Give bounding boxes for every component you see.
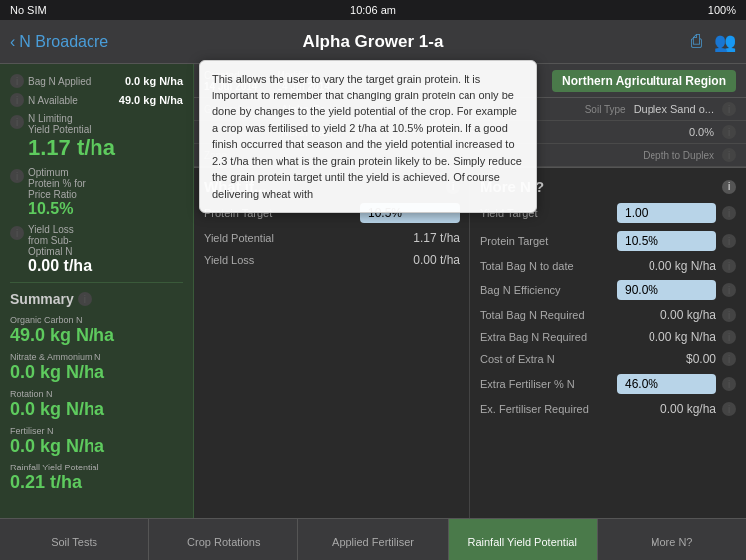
nav-actions: ⎙ 👥 [691,31,736,53]
nitrate-value: 0.0 kg N/ha [10,362,183,383]
pct-value: 0.0% [689,126,714,138]
tab-more-n[interactable]: More N? [598,519,746,560]
bag-efficiency-info-icon[interactable]: i [722,283,736,297]
yield-target-input[interactable] [617,203,716,223]
bag-n-row: i Bag N Applied 0.0 kg N/ha [10,74,183,88]
yield-target-info-icon[interactable]: i [722,206,736,220]
time-label: 10:06 am [350,4,396,16]
protein-row: i OptimumProtein % forPrice Ratio 10.5% [10,167,183,218]
protein-target-row: Protein Target i [480,231,736,251]
rotation-label: Rotation N [10,389,183,399]
bag-efficiency-label: Bag N Efficiency [480,284,611,296]
bag-efficiency-input[interactable] [617,280,716,300]
bag-n-value: 0.0 kg N/ha [125,75,183,87]
tab-soil-tests-label: Soil Tests [51,536,97,548]
back-button[interactable]: ‹ N Broadacre [10,33,108,51]
battery-label: 100% [708,4,736,16]
ex-fertiliser-row: Ex. Fertiliser Required 0.00 kg/ha i [480,402,736,416]
what-if-loss-value: 0.00 t/ha [413,253,460,267]
extra-bag-label: Extra Bag N Required [480,331,643,343]
what-if-yield-row: Yield Potential 1.17 t/ha [204,231,460,245]
protein-value: 10.5% [28,200,183,218]
protein-label: OptimumProtein % forPrice Ratio [28,167,183,200]
n-available-row: i N Available 49.0 kg N/ha [10,93,183,107]
cost-label: Cost of Extra N [480,353,680,365]
main-layout: i Bag N Applied 0.0 kg N/ha i N Availabl… [0,64,746,518]
nitrate-label: Nitrate & Ammonium N [10,352,183,362]
back-chevron-icon: ‹ [10,33,15,51]
n-limiting-row: i N LimitingYield Potential 1.17 t/ha [10,113,183,161]
fertiliser-value: 0.0 kg N/ha [10,436,183,457]
summary-rainfall: Rainfall Yield Potential 0.21 t/ha [10,463,183,493]
summary-organic-carbon: Organic Carbon N 49.0 kg N/ha [10,315,183,346]
tooltip: This allows the user to vary the target … [199,64,537,213]
left-panel: i Bag N Applied 0.0 kg N/ha i N Availabl… [0,64,194,518]
bag-efficiency-row: Bag N Efficiency i [480,280,736,300]
total-bag-n-value: 0.00 kg N/ha [649,259,716,273]
depth-label: Depth to Duplex [643,150,714,161]
summary-title: Summary [10,291,74,307]
fertiliser-label: Fertiliser N [10,426,183,436]
nav-bar: ‹ N Broadacre Alpha Grower 1-a ⎙ 👥 [0,20,746,64]
soil-info-icon[interactable]: i [722,102,736,116]
share-icon[interactable]: ⎙ [691,31,702,52]
tab-crop-rotations-label: Crop Rotations [187,536,260,548]
what-if-col: What if... i Protein Target Yield Potent… [194,168,470,518]
n-available-value: 49.0 kg N/ha [119,94,183,106]
what-if-yield-label: Yield Potential [204,232,407,244]
tooltip-text: This allows the user to vary the target … [212,73,522,200]
total-bag-n-row: Total Bag N to date 0.00 kg N/ha i [480,259,736,273]
organic-carbon-value: 49.0 kg N/ha [10,325,183,346]
yield-loss-label: Yield Lossfrom Sub-Optimal N [28,224,183,257]
cost-info-icon[interactable]: i [722,352,736,366]
bag-n-label: Bag N Applied [28,76,121,87]
yield-loss-value: 0.00 t/ha [28,257,183,275]
tab-applied-fertiliser[interactable]: Applied Fertiliser [298,519,448,560]
tab-soil-tests[interactable]: Soil Tests [0,519,149,560]
protein-target-info-icon[interactable]: i [722,234,736,248]
what-if-loss-label: Yield Loss [204,254,407,266]
protein-target-input[interactable] [617,231,716,251]
region-badge: Northern Agricultural Region [552,70,736,92]
what-if-yield-value: 1.17 t/ha [413,231,460,245]
n-available-label: N Available [28,95,115,106]
total-bag-n-label: Total Bag N to date [480,260,643,272]
more-n-info-icon[interactable]: i [722,180,736,194]
two-col: What if... i Protein Target Yield Potent… [194,168,746,518]
soil-type-label: Soil Type [585,104,626,115]
tab-rainfall-yield[interactable]: Rainfall Yield Potential [449,519,598,560]
ex-fertiliser-value: 0.00 kg/ha [660,402,716,416]
summary-nitrate: Nitrate & Ammonium N 0.0 kg N/ha [10,352,183,383]
total-bag-required-info-icon[interactable]: i [722,308,736,322]
rotation-value: 0.0 kg N/ha [10,399,183,420]
tab-rainfall-yield-label: Rainfall Yield Potential [467,536,576,548]
more-n-col: More N ? i Yield Target i Protein Target… [470,168,746,518]
tab-crop-rotations[interactable]: Crop Rotations [149,519,298,560]
rainfall-label: Rainfall Yield Potential [10,463,183,472]
summary-info-icon[interactable]: i [78,292,92,306]
extra-bag-row: Extra Bag N Required 0.00 kg N/ha i [480,330,736,344]
n-limiting-info-icon[interactable]: i [10,115,24,129]
cost-row: Cost of Extra N $0.00 i [480,352,736,366]
pct-info-icon[interactable]: i [722,125,736,139]
right-content: Created 14 Jul 2014 Modified 14 Jul 2014… [194,64,746,518]
summary-header: Summary i [10,291,183,307]
ex-fertiliser-info-icon[interactable]: i [722,402,736,416]
people-icon[interactable]: 👥 [714,31,736,53]
n-limiting-label: N LimitingYield Potential [28,113,183,135]
extra-bag-value: 0.00 kg N/ha [649,330,716,344]
bag-n-info-icon[interactable]: i [10,74,24,88]
summary-fertiliser: Fertiliser N 0.0 kg N/ha [10,426,183,457]
protein-info-icon[interactable]: i [10,169,24,183]
extra-fertiliser-pct-row: Extra Fertiliser % N i [480,374,736,394]
n-available-info-icon[interactable]: i [10,93,24,107]
depth-info-icon[interactable]: i [722,148,736,162]
extra-fertiliser-pct-input[interactable] [617,374,716,394]
yield-loss-row: i Yield Lossfrom Sub-Optimal N 0.00 t/ha [10,224,183,275]
n-limiting-value: 1.17 t/ha [28,135,183,161]
tab-bar: Soil Tests Crop Rotations Applied Fertil… [0,518,746,560]
extra-bag-info-icon[interactable]: i [722,330,736,344]
total-bag-n-info-icon[interactable]: i [722,259,736,273]
extra-fertiliser-pct-info-icon[interactable]: i [722,377,736,391]
yield-loss-info-icon[interactable]: i [10,226,24,240]
